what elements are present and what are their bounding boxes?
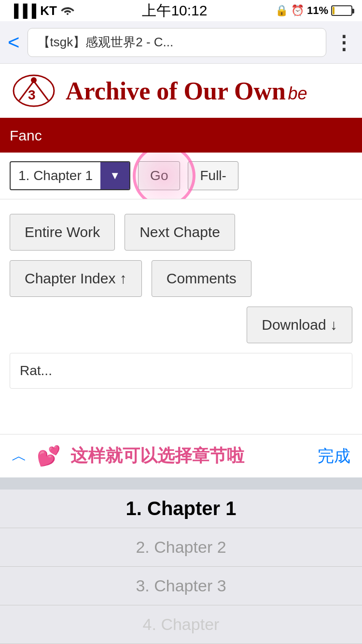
picker-item-2[interactable]: 2. Chapter 2: [0, 528, 362, 567]
browser-bar: < 【tsgk】感观世界2 - C... ⋮: [0, 21, 362, 64]
lock-icon: 🔒: [275, 4, 288, 17]
chapter-index-button[interactable]: Chapter Index ↑: [10, 260, 142, 297]
status-left: ▐▐▐ KT: [10, 3, 74, 18]
site-nav: Fanc: [0, 119, 362, 153]
full-work-button[interactable]: Full-: [188, 161, 238, 190]
chevron-up-icon[interactable]: ︿: [12, 446, 27, 467]
button-row-1: Entire Work Next Chapte: [10, 214, 352, 251]
button-row-3: Download ↓: [10, 307, 352, 343]
picker-item-1[interactable]: 1. Chapter 1: [0, 490, 362, 528]
heart-icon: 💕: [37, 445, 61, 467]
content-preview-text: Rat...: [20, 363, 52, 378]
chapter-dropdown-arrow[interactable]: [100, 162, 129, 189]
status-right: 🔒 ⏰ 11%: [275, 4, 352, 17]
annotation-text: 这样就可以选择章节啦: [70, 444, 308, 468]
svg-text:3: 3: [28, 87, 36, 102]
svg-line-2: [34, 81, 48, 100]
done-button[interactable]: 完成: [318, 445, 350, 467]
status-bar: ▐▐▐ KT 上午10:12 🔒 ⏰ 11%: [0, 0, 362, 21]
content-area: Entire Work Next Chapte Chapter Index ↑ …: [0, 199, 362, 403]
ao3-beta: be: [288, 84, 307, 103]
ao3-header: 3 Archive of Our Own be: [0, 64, 362, 119]
carrier-label: KT: [40, 3, 57, 18]
url-bar[interactable]: 【tsgk】感观世界2 - C...: [28, 28, 326, 57]
ao3-logo: 3: [10, 71, 58, 110]
svg-point-3: [31, 77, 37, 83]
ao3-title: Archive of Our Own: [66, 77, 286, 105]
ao3-title-area: Archive of Our Own be: [66, 77, 307, 105]
download-button[interactable]: Download ↓: [247, 307, 352, 343]
picker-item-4[interactable]: 4. Chapter: [0, 605, 362, 644]
content-preview: Rat...: [10, 353, 352, 389]
back-button[interactable]: <: [8, 31, 20, 54]
chapter-dropdown-text: 1. Chapter 1: [11, 168, 100, 183]
annotation-bar: ︿ 💕 这样就可以选择章节啦 完成: [0, 434, 362, 477]
picker-area: 1. Chapter 1 2. Chapter 2 3. Chapter 3 4…: [0, 477, 362, 644]
button-row-2: Chapter Index ↑ Comments: [10, 260, 352, 297]
battery-icon: [331, 5, 352, 16]
go-button[interactable]: Go: [138, 161, 180, 190]
alarm-icon: ⏰: [291, 4, 304, 17]
wifi-icon: [61, 3, 74, 18]
site-nav-text: Fanc: [10, 127, 42, 144]
signal-icon: ▐▐▐: [10, 3, 36, 18]
chapter-selector: 1. Chapter 1 Go Full-: [0, 153, 362, 199]
picker-list[interactable]: 1. Chapter 1 2. Chapter 2 3. Chapter 3 4…: [0, 490, 362, 644]
entire-work-button[interactable]: Entire Work: [10, 214, 115, 251]
comments-button[interactable]: Comments: [152, 260, 251, 297]
next-chapter-button[interactable]: Next Chapte: [125, 214, 235, 251]
more-button[interactable]: ⋮: [334, 31, 354, 54]
picker-item-3[interactable]: 3. Chapter 3: [0, 567, 362, 605]
chapter-dropdown[interactable]: 1. Chapter 1: [10, 161, 130, 190]
battery-percent: 11%: [307, 4, 328, 17]
status-time: 上午10:12: [142, 1, 207, 21]
url-text: 【tsgk】感观世界2 - C...: [38, 34, 174, 51]
